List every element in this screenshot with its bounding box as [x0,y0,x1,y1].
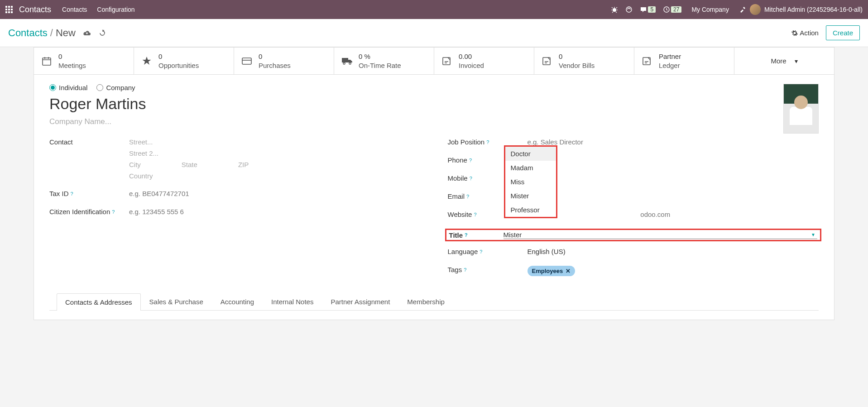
svg-rect-3 [43,58,51,65]
stat-invoiced[interactable]: 0.00Invoiced [434,48,534,74]
dd-item-madam[interactable]: Madam [505,161,556,175]
country-input[interactable]: Country [129,172,421,180]
taxid-input[interactable] [129,190,421,197]
username[interactable]: Mitchell Admin (22452964-16-0-all) [764,6,863,13]
svg-point-5 [343,62,345,64]
stat-purchases[interactable]: 0Purchases [234,48,334,74]
right-column: Doctor Madam Miss Mister Professor Job P… [448,138,819,284]
state-input[interactable]: State [182,161,197,168]
dd-item-professor[interactable]: Professor [505,203,556,217]
stat-row: 0Meetings 0Opportunities 0Purchases 0 %O… [34,48,834,75]
support-icon[interactable] [625,6,633,13]
tag-employees[interactable]: Employees ✕ [528,266,575,276]
website-input[interactable] [528,211,819,218]
tab-contacts-addresses[interactable]: Contacts & Addresses [57,293,141,311]
action-button[interactable]: Action [791,29,819,37]
apps-icon[interactable] [5,6,13,13]
type-radio-group: Individual Company [49,84,819,91]
create-button[interactable]: Create [826,25,860,40]
chevron-down-icon: ▼ [811,232,815,237]
label-tags: Tags? [448,266,528,273]
tools-icon[interactable] [739,6,746,13]
ledger-icon [642,56,653,66]
tab-partner-assignment[interactable]: Partner Assignment [322,293,398,310]
tab-internal-notes[interactable]: Internal Notes [263,293,322,310]
zip-input[interactable]: ZIP [238,161,249,168]
radio-individual[interactable]: Individual [49,84,87,91]
company-name-placeholder[interactable]: Company Name... [49,117,819,126]
svg-point-1 [626,7,632,12]
cloud-save-icon[interactable] [83,30,91,36]
contact-avatar[interactable] [783,84,819,134]
tab-accounting[interactable]: Accounting [212,293,263,310]
invoice-icon [441,56,453,66]
breadcrumb-current: New [56,27,76,39]
star-icon [141,56,153,67]
label-language: Language? [448,248,528,255]
language-value[interactable]: English (US) [528,248,819,255]
tab-sales-purchase[interactable]: Sales & Purchase [141,293,212,310]
title-field-row: Title? Mister ▼ [445,229,822,241]
messages-badge: 5 [648,6,656,13]
stat-opportunities[interactable]: 0Opportunities [134,48,234,74]
bills-icon [542,56,553,66]
label-citizen: Citizen Identification? [49,208,129,215]
contact-name[interactable]: Roger Martins [49,95,819,113]
messages-icon[interactable]: 5 [640,6,656,13]
label-contact: Contact [49,138,129,146]
bug-icon[interactable] [611,6,618,13]
label-jobpos: Job Position? [448,138,528,146]
stat-vendor-bills[interactable]: 0Vendor Bills [534,48,634,74]
main-content: 0Meetings 0Opportunities 0Purchases 0 %O… [0,47,868,320]
nav-link-contacts[interactable]: Contacts [62,6,87,13]
street2-input[interactable]: Street 2... [129,149,421,157]
dd-item-miss[interactable]: Miss [505,175,556,189]
dd-item-mister[interactable]: Mister [505,189,556,203]
tag-remove-icon[interactable]: ✕ [566,268,571,274]
svg-point-6 [349,62,351,64]
citizen-input[interactable] [129,208,421,215]
dd-item-doctor[interactable]: Doctor [505,147,556,161]
top-navbar: Contacts Contacts Configuration 5 27 My … [0,0,868,19]
user-avatar[interactable] [750,4,761,15]
breadcrumb-root[interactable]: Contacts [8,27,48,39]
nav-link-configuration[interactable]: Configuration [97,6,134,13]
action-bar: Contacts / New Action Create [0,19,868,47]
gear-icon [791,30,798,36]
breadcrumb-separator: / [50,27,53,39]
form-card: 0Meetings 0Opportunities 0Purchases 0 %O… [34,47,834,320]
form-body: Individual Company Roger Martins Company… [34,75,834,320]
calendar-icon [41,56,53,67]
stat-meetings[interactable]: 0Meetings [34,48,134,74]
truck-icon [341,57,353,66]
tab-membership[interactable]: Membership [398,293,453,310]
title-dropdown: Doctor Madam Miss Mister Professor [504,145,557,218]
city-input[interactable]: City [129,161,141,168]
label-taxid: Tax ID? [49,190,129,197]
company-name[interactable]: My Company [691,6,729,13]
card-icon [241,57,253,66]
clock-icon[interactable]: 27 [663,6,681,13]
left-column: Contact Street... Street 2... City State… [49,138,421,284]
form-tabs: Contacts & Addresses Sales & Purchase Ac… [49,293,819,311]
label-title: Title? [449,231,504,239]
jobpos-input[interactable] [528,138,819,146]
svg-rect-4 [242,58,251,64]
radio-company[interactable]: Company [96,84,135,91]
stat-ontime[interactable]: 0 %On-Time Rate [334,48,434,74]
clock-badge: 27 [671,6,681,13]
stat-more[interactable]: More ▾ [734,48,834,74]
svg-point-0 [613,8,616,12]
app-title: Contacts [19,5,51,14]
title-select[interactable]: Mister ▼ [504,231,818,239]
stat-ledger[interactable]: PartnerLedger [634,48,734,74]
discard-icon[interactable] [98,29,106,37]
caret-down-icon: ▾ [795,57,798,65]
street-input[interactable]: Street... [129,138,421,146]
